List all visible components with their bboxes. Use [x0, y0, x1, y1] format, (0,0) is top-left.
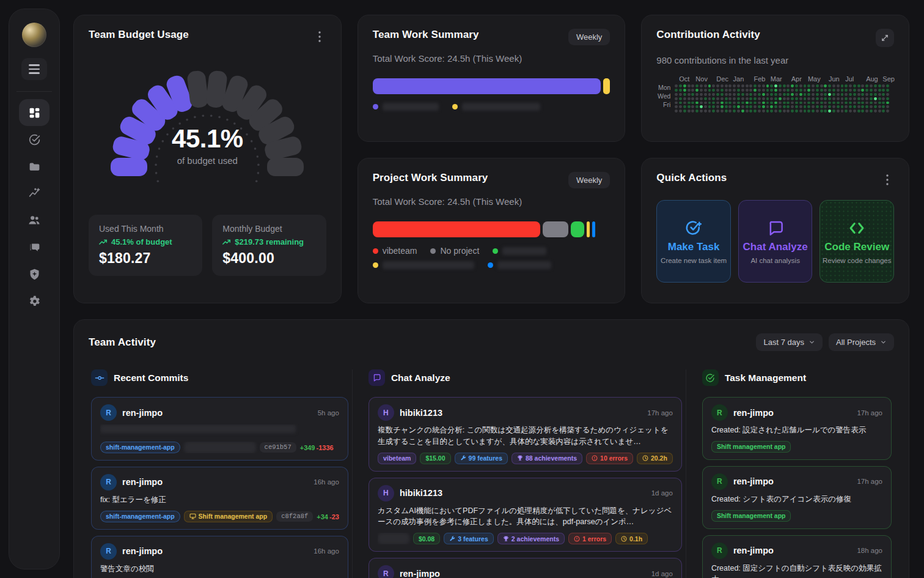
contribution-cell [820, 89, 823, 92]
sidebar-item-analytics[interactable] [19, 180, 50, 207]
chat-item[interactable]: R ren-jimpo 1d ago 複数チャンクの統合分析: 現在の実装では、… [369, 558, 682, 578]
contribution-cell [679, 109, 682, 113]
contribution-cell [779, 109, 782, 113]
commit-item[interactable]: R ren-jimpo 5h ago shift-management-appc… [91, 397, 348, 461]
contribution-cell [675, 93, 678, 96]
bar-segment [373, 78, 601, 94]
menu-button[interactable] [21, 58, 47, 80]
contribution-cell [882, 89, 885, 92]
task-item[interactable]: R ren-jimpo 18h ago Created: 固定シフトの自動シフト… [702, 535, 892, 578]
contribution-cell [708, 105, 711, 108]
contribution-cell [741, 89, 744, 92]
contribution-cell [783, 102, 786, 105]
sidebar-item-tasks[interactable] [19, 126, 50, 153]
contribution-cell [841, 97, 844, 100]
budget-menu-button[interactable] [313, 29, 326, 45]
contribution-cell [749, 97, 752, 100]
contribution-cell [733, 97, 736, 100]
sidebar-item-projects[interactable] [19, 153, 50, 180]
legend-entry [488, 261, 551, 269]
contribution-subtitle: 980 contributions in the last year [656, 55, 894, 65]
code-review-button[interactable]: Code Review Review code changes [820, 200, 894, 283]
chevron-down-icon [880, 339, 887, 346]
commit-item[interactable]: R ren-jimpo 16h ago 警告文章の校閲 shift-manage… [91, 536, 348, 578]
timestamp: 17h ago [857, 478, 882, 485]
sidebar-item-settings[interactable] [19, 287, 50, 314]
message-text: 複数チャンクの統合分析: この関数は交通起源分析を構築するためのウィジェットを生… [378, 424, 673, 448]
contribution-cell [716, 93, 719, 96]
contribution-cell [865, 84, 868, 87]
contribution-cell [870, 89, 873, 92]
project-work-range-toggle[interactable]: Weekly [568, 172, 610, 188]
sidebar-item-team[interactable] [19, 207, 50, 234]
contribution-cell [874, 97, 877, 100]
date-range-dropdown[interactable]: Last 7 days [756, 333, 823, 351]
commit-item[interactable]: R ren-jimpo 16h ago fix: 型エラーを修正 shift-m… [91, 467, 348, 530]
contribution-cell [799, 93, 802, 96]
contribution-cell [837, 105, 840, 108]
message-text: fix: 型エラーを修正 [100, 494, 339, 506]
contribution-cell [795, 84, 798, 87]
contribution-cell [770, 102, 773, 105]
chat-item[interactable]: H hibiki1213 17h ago 複数チャンクの統合分析: この関数は交… [369, 397, 682, 472]
contribution-cell [691, 102, 694, 105]
contribution-cell [787, 89, 790, 92]
sidebar-item-ai[interactable] [19, 261, 50, 287]
contribution-cell [857, 93, 860, 96]
task-item[interactable]: R ren-jimpo 17h ago Created: シフト表のアイコン表示… [702, 466, 892, 529]
contribution-cell [746, 84, 749, 87]
clock-icon [642, 455, 648, 461]
contribution-cell [758, 89, 761, 92]
contribution-cell [824, 109, 827, 113]
gauge-tick-dot [202, 115, 205, 117]
diff-stats: +349-1336 [300, 442, 334, 453]
contribution-cell [787, 93, 790, 96]
make-task-label: Make Task [668, 241, 720, 253]
repo-badge[interactable]: shift-management-app [100, 442, 180, 453]
contribution-cell [845, 102, 848, 105]
legend-entry: No project [430, 246, 479, 256]
expand-button[interactable] [876, 29, 894, 47]
team-work-legend [373, 103, 610, 111]
contribution-cell [853, 93, 856, 96]
contribution-cell [741, 97, 744, 100]
contribution-cell [725, 102, 728, 105]
contribution-cell [758, 93, 761, 96]
features-badge: 99 features [455, 453, 508, 464]
contribution-cell [688, 84, 691, 87]
gauge-tick-dot [255, 180, 258, 182]
sidebar-item-chat[interactable] [19, 234, 50, 261]
team-work-range-toggle[interactable]: Weekly [568, 29, 610, 45]
chat-item[interactable]: H hibiki1213 1d ago カスタムAI機能においてPDFファイルの… [369, 478, 682, 552]
redacted-label [383, 261, 474, 269]
project-filter-dropdown[interactable]: All Projects [829, 333, 894, 351]
contribution-cell [708, 97, 711, 100]
contribution-cell [783, 84, 786, 87]
repo-badge[interactable]: shift-management-app [100, 511, 180, 522]
contribution-cell [708, 84, 711, 87]
make-task-button[interactable]: Make Task Create new task item [656, 200, 731, 283]
contribution-cell [841, 84, 844, 87]
contribution-cell [691, 93, 694, 96]
contribution-cell [861, 105, 864, 108]
contribution-cell [882, 102, 885, 105]
contribution-cell [733, 84, 736, 87]
contribution-cell [749, 93, 752, 96]
heatmap-month-label: Jan [733, 75, 744, 83]
contribution-cell [795, 97, 798, 100]
contribution-cell [853, 102, 856, 105]
contribution-cell [758, 105, 761, 108]
contribution-cell [746, 109, 749, 113]
user-avatar[interactable] [22, 23, 46, 47]
contribution-cell [737, 89, 740, 92]
contribution-cell [837, 93, 840, 96]
gauge-tick-dot [194, 116, 196, 119]
sidebar-item-dashboard[interactable] [19, 99, 50, 126]
contribution-cell [762, 89, 765, 92]
author-name: ren-jimpo [122, 477, 308, 487]
quick-actions-menu-button[interactable] [881, 172, 894, 188]
team-activity-card: Team Activity Last 7 days All Projects [73, 319, 909, 578]
task-item[interactable]: R ren-jimpo 17h ago Created: 設定された店舗ルールで… [702, 397, 892, 460]
badge-row: shift-management-appShift management app… [100, 511, 339, 522]
chat-analyze-button[interactable]: Chat Analyze AI chat analysis [738, 200, 813, 283]
